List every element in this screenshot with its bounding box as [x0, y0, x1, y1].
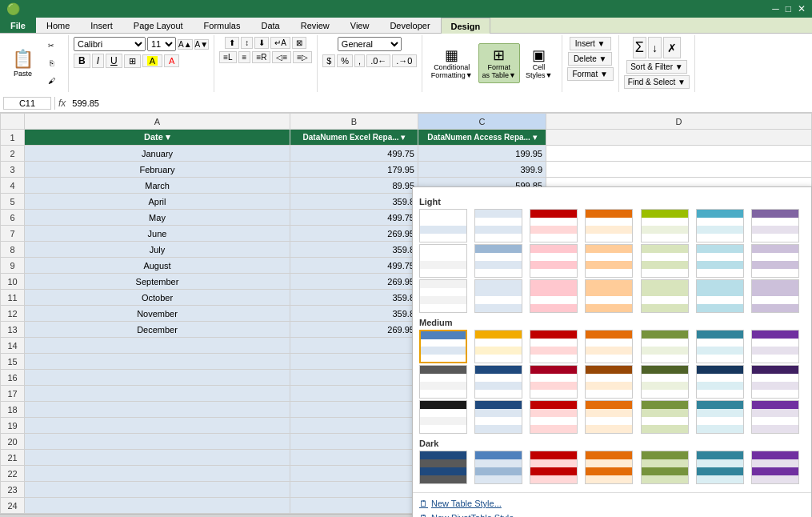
tab-design[interactable]: Design [441, 18, 491, 34]
decrease-decimal-button[interactable]: .0← [366, 54, 390, 67]
insert-button[interactable]: Insert ▼ [570, 37, 611, 50]
align-bottom-button[interactable]: ⬇ [254, 37, 269, 49]
cell-3-d[interactable] [546, 162, 812, 178]
style-swatch[interactable] [751, 209, 799, 242]
percent-button[interactable]: % [337, 54, 353, 67]
style-swatch[interactable] [585, 244, 633, 278]
cell-18-b[interactable] [290, 402, 418, 418]
style-swatch[interactable] [696, 400, 744, 434]
cell-20-b[interactable] [290, 434, 418, 450]
col-header-a[interactable]: A [25, 114, 290, 130]
tab-page-layout[interactable]: Page Layout [123, 18, 194, 33]
style-swatch[interactable] [474, 451, 522, 484]
style-swatch[interactable] [419, 365, 467, 399]
cell-14-a[interactable] [25, 338, 290, 354]
cell-6-b[interactable]: 499.75 [290, 210, 418, 226]
style-swatch[interactable] [751, 365, 799, 399]
style-swatch[interactable] [585, 330, 633, 363]
style-swatch[interactable] [696, 451, 744, 484]
fill-button[interactable]: ↓ [648, 37, 662, 58]
cell-23-b[interactable] [290, 482, 418, 498]
style-swatch[interactable] [696, 279, 744, 313]
wrap-text-button[interactable]: ↵A [270, 37, 290, 49]
cell-2-c[interactable]: 199.95 [418, 146, 546, 162]
cell-24-a[interactable] [25, 498, 290, 514]
align-center-button[interactable]: ≡ [238, 51, 251, 63]
align-left-button[interactable]: ≡L [219, 51, 236, 63]
cell-4-b[interactable]: 89.95 [290, 178, 418, 194]
find-select-button[interactable]: Find & Select ▼ [624, 75, 690, 89]
formula-input[interactable] [69, 98, 809, 109]
style-swatch[interactable] [530, 330, 578, 363]
minimize-icon[interactable]: ─ [772, 3, 779, 14]
style-swatch[interactable] [419, 279, 467, 313]
cell-11-b[interactable]: 359.8 [290, 290, 418, 306]
header-access[interactable]: DataNumen Access Repa... ▾ [418, 130, 546, 146]
cell-21-b[interactable] [290, 450, 418, 466]
sort-filter-button[interactable]: Sort & Filter ▼ [626, 60, 686, 74]
underline-button[interactable]: U [106, 54, 122, 68]
increase-indent-button[interactable]: ≡▷ [293, 51, 312, 63]
cell-8-b[interactable]: 359.8 [290, 242, 418, 258]
style-swatch[interactable] [641, 365, 689, 399]
conditional-formatting-button[interactable]: ▦ ConditionalFormatting▼ [427, 43, 477, 83]
cell-7-a[interactable]: June [25, 226, 290, 242]
style-swatch[interactable] [696, 244, 744, 278]
style-swatch[interactable] [585, 400, 633, 434]
style-swatch[interactable] [419, 330, 467, 363]
cell-10-a[interactable]: September [25, 274, 290, 290]
col-header-d[interactable]: D [546, 114, 812, 130]
cell-7-b[interactable]: 269.95 [290, 226, 418, 242]
thousands-button[interactable]: , [354, 54, 365, 67]
tab-developer[interactable]: Developer [379, 18, 440, 33]
tab-review[interactable]: Review [290, 18, 340, 33]
style-swatch[interactable] [585, 451, 633, 484]
style-swatch[interactable] [585, 279, 633, 313]
tab-home[interactable]: Home [36, 18, 80, 33]
tab-formulas[interactable]: Formulas [194, 18, 251, 33]
increase-decimal-button[interactable]: .→0 [392, 54, 416, 67]
cell-16-a[interactable] [25, 370, 290, 386]
style-swatch[interactable] [585, 209, 633, 242]
header-date[interactable]: Date ▾ [25, 130, 290, 146]
border-button[interactable]: ⊞ [124, 54, 141, 68]
cell-19-b[interactable] [290, 418, 418, 434]
restore-icon[interactable]: □ [786, 3, 791, 14]
merge-center-button[interactable]: ⊠ [292, 37, 306, 49]
align-right-button[interactable]: ≡R [252, 51, 270, 63]
cell-reference-input[interactable] [3, 97, 51, 110]
style-swatch[interactable] [530, 365, 578, 399]
cell-20-a[interactable] [25, 434, 290, 450]
font-color-button[interactable]: A [164, 54, 179, 67]
cell-9-a[interactable]: August [25, 258, 290, 274]
cut-button[interactable]: ✂ [39, 38, 63, 54]
style-swatch[interactable] [474, 279, 522, 313]
decrease-indent-button[interactable]: ◁≡ [272, 51, 291, 63]
cell-12-b[interactable]: 359.8 [290, 306, 418, 322]
cell-13-a[interactable]: December [25, 322, 290, 338]
tab-insert[interactable]: Insert [80, 18, 123, 33]
cell-19-a[interactable] [25, 418, 290, 434]
style-swatch[interactable] [641, 330, 689, 363]
cell-15-a[interactable] [25, 354, 290, 370]
style-swatch[interactable] [751, 244, 799, 278]
cell-22-a[interactable] [25, 466, 290, 482]
style-swatch[interactable] [641, 279, 689, 313]
align-middle-button[interactable]: ↕ [241, 37, 253, 49]
cell-15-b[interactable] [290, 354, 418, 370]
cell-11-a[interactable]: October [25, 290, 290, 306]
cell-22-b[interactable] [290, 466, 418, 482]
cell-16-b[interactable] [290, 370, 418, 386]
cell-3-b[interactable]: 179.95 [290, 162, 418, 178]
number-format-select[interactable]: General [338, 37, 402, 51]
style-swatch[interactable] [474, 400, 522, 434]
cell-13-b[interactable]: 269.95 [290, 322, 418, 338]
style-swatch[interactable] [419, 400, 467, 434]
style-swatch[interactable] [474, 330, 522, 363]
clear-button[interactable]: ✗ [663, 37, 681, 58]
cell-5-b[interactable]: 359.8 [290, 194, 418, 210]
style-swatch[interactable] [641, 400, 689, 434]
style-swatch[interactable] [641, 244, 689, 278]
cell-3-c[interactable]: 399.9 [418, 162, 546, 178]
tab-view[interactable]: View [340, 18, 380, 33]
